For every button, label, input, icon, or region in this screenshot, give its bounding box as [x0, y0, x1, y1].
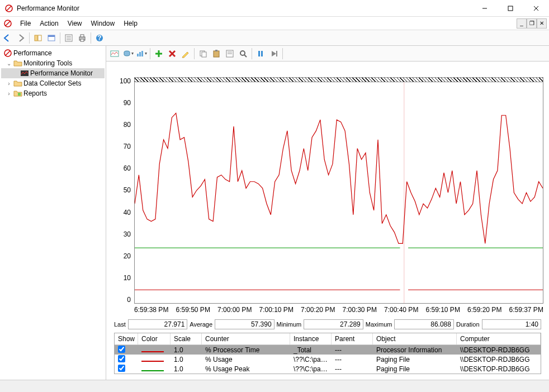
highlight-button[interactable] — [179, 48, 192, 60]
close-button[interactable] — [523, 0, 549, 17]
mdi-restore-button[interactable]: ❐ — [527, 18, 537, 29]
navigation-tree[interactable]: Performance ⌄ Monitoring Tools Performan… — [0, 46, 106, 380]
counter-row[interactable]: 1.0 % Usage Peak \??\C:\pag... --- Pagin… — [115, 364, 541, 374]
svg-line-7 — [6, 21, 10, 26]
svg-rect-35 — [202, 52, 206, 57]
back-button[interactable] — [1, 32, 13, 44]
computer-cell: \\DESKTOP-RDJB6GG — [457, 355, 541, 364]
print-button[interactable] — [76, 32, 88, 44]
show-checkbox[interactable] — [118, 355, 125, 362]
col-color[interactable]: Color — [138, 333, 171, 344]
duration-label: Duration — [456, 321, 480, 328]
svg-line-42 — [244, 55, 247, 57]
counters-list[interactable]: Show Color Scale Counter Instance Parent… — [114, 333, 541, 374]
tree-data-collector-sets[interactable]: › Data Collector Sets — [1, 78, 105, 88]
scale-cell: 1.0 — [171, 346, 202, 355]
maximum-value: 86.088 — [394, 319, 454, 329]
menu-help[interactable]: Help — [119, 17, 142, 30]
scale-cell: 1.0 — [171, 355, 202, 364]
col-scale[interactable]: Scale — [171, 333, 202, 344]
zoom-button[interactable] — [237, 48, 249, 60]
y-axis: 1009080706050403020100 — [112, 77, 134, 304]
minimum-value: 27.289 — [304, 319, 363, 329]
counter-row[interactable]: 1.0 % Usage \??\C:\pag... --- Paging Fil… — [115, 355, 541, 364]
last-value: 27.971 — [128, 319, 188, 329]
tree-perfmon-label: Performance Monitor — [30, 69, 93, 77]
tree-root-performance[interactable]: Performance — [1, 48, 105, 58]
expander-icon[interactable]: ⌄ — [6, 60, 12, 67]
show-hide-tree-button[interactable] — [32, 32, 44, 44]
view-current-activity-button[interactable] — [108, 48, 121, 60]
col-counter[interactable]: Counter — [202, 333, 290, 344]
change-graph-type-button[interactable]: ▾ — [135, 48, 148, 60]
tree-dcs-label: Data Collector Sets — [23, 79, 81, 87]
menu-file[interactable]: File — [16, 17, 35, 30]
copy-button[interactable] — [197, 48, 209, 60]
properties-button[interactable] — [63, 32, 75, 44]
mdi-close-button[interactable]: ✕ — [537, 18, 547, 29]
object-cell: Processor Information — [373, 346, 457, 355]
folder-icon — [13, 59, 22, 68]
counter-cell: % Usage Peak — [202, 365, 290, 374]
statusbar — [0, 380, 549, 392]
help-button[interactable]: ? — [93, 32, 106, 44]
col-instance[interactable]: Instance — [290, 333, 332, 344]
view-log-data-button[interactable]: ▾ — [122, 48, 134, 60]
perfmon-icon — [20, 69, 29, 78]
minimize-button[interactable] — [472, 0, 498, 17]
show-checkbox[interactable] — [118, 346, 125, 353]
svg-rect-11 — [48, 35, 55, 37]
counter-cell: % Usage — [202, 355, 290, 364]
expander-icon[interactable]: › — [6, 81, 12, 87]
paste-button[interactable] — [210, 48, 223, 60]
maximize-button[interactable] — [498, 0, 523, 17]
window-title: Performance Monitor — [17, 4, 472, 12]
tree-monitoring-label: Monitoring Tools — [23, 59, 72, 67]
object-cell: Paging File — [373, 365, 457, 374]
freeze-display-button[interactable] — [254, 48, 267, 60]
col-show[interactable]: Show — [115, 333, 138, 344]
menu-view[interactable]: View — [63, 17, 87, 30]
svg-rect-36 — [214, 51, 219, 57]
show-hide-console-button[interactable] — [45, 32, 58, 44]
color-swatch — [141, 361, 164, 362]
tree-performance-monitor[interactable]: Performance Monitor — [1, 68, 105, 78]
update-data-button[interactable] — [268, 48, 280, 60]
computer-cell: \\DESKTOP-RDJB6GG — [457, 346, 541, 355]
graph-toolbar: ▾ ▾ — [106, 46, 549, 62]
x-axis: 6:59:38 PM6:59:50 PM7:00:00 PM7:00:10 PM… — [134, 304, 543, 314]
menubar: File Action View Window Help _ ❐ ✕ — [0, 17, 549, 30]
mmc-icon — [3, 19, 12, 28]
maximum-label: Maximum — [366, 321, 392, 328]
expander-icon[interactable]: › — [6, 91, 12, 97]
chart-header-hatch — [135, 78, 543, 82]
scale-cell: 1.0 — [171, 365, 202, 374]
perf-root-icon — [3, 49, 12, 58]
instance-cell: \??\C:\pag... — [290, 365, 332, 374]
counter-cell: % Processor Time — [202, 346, 290, 355]
col-parent[interactable]: Parent — [332, 333, 373, 344]
delete-counter-button[interactable] — [166, 48, 178, 60]
tree-monitoring-tools[interactable]: ⌄ Monitoring Tools — [1, 58, 105, 68]
show-checkbox[interactable] — [118, 365, 125, 372]
properties-graph-button[interactable] — [224, 48, 236, 60]
svg-rect-18 — [81, 39, 84, 41]
computer-cell: \\DESKTOP-RDJB6GG — [457, 365, 541, 374]
counters-header[interactable]: Show Color Scale Counter Instance Parent… — [115, 333, 541, 345]
reports-icon — [13, 89, 22, 98]
col-object[interactable]: Object — [373, 333, 457, 344]
add-counter-button[interactable] — [153, 48, 165, 60]
tree-reports[interactable]: › Reports — [1, 88, 105, 98]
menu-window[interactable]: Window — [87, 17, 120, 30]
chart-plot[interactable] — [134, 77, 543, 304]
chart-area: 1009080706050403020100 6:59:38 PM6:59:50… — [106, 62, 549, 380]
svg-point-41 — [240, 51, 245, 55]
menu-action[interactable]: Action — [35, 17, 63, 30]
mdi-minimize-button[interactable]: _ — [517, 18, 527, 29]
app-icon — [4, 4, 13, 13]
svg-rect-8 — [35, 35, 37, 41]
svg-line-1 — [7, 6, 11, 11]
counter-row[interactable]: 1.0 % Processor Time _Total --- Processo… — [115, 345, 541, 355]
forward-button[interactable] — [15, 32, 27, 44]
col-computer[interactable]: Computer — [457, 333, 541, 344]
